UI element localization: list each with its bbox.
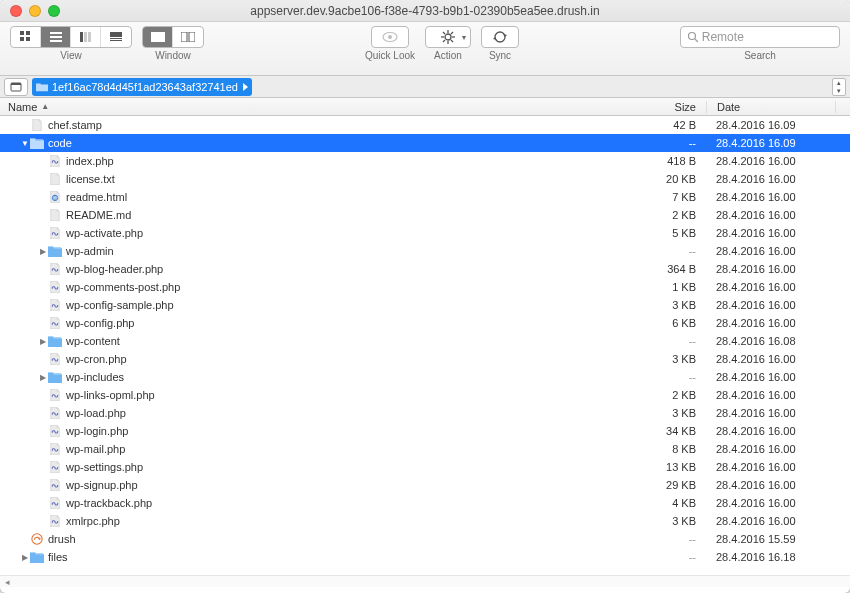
view-coverflow-button[interactable] xyxy=(101,27,131,47)
file-date: 28.4.2016 16.00 xyxy=(706,497,836,509)
php-icon xyxy=(48,155,62,167)
window-dual-button[interactable] xyxy=(173,27,203,47)
file-name: wp-trackback.php xyxy=(66,497,152,509)
file-date: 28.4.2016 16.00 xyxy=(706,227,836,239)
file-size: 5 KB xyxy=(626,227,706,239)
disclosure-triangle-icon[interactable]: ▶ xyxy=(38,247,48,256)
file-size: 6 KB xyxy=(626,317,706,329)
horizontal-scrollbar[interactable]: ◂ xyxy=(0,575,850,587)
disclosure-triangle-icon[interactable]: ▼ xyxy=(20,139,30,148)
action-button[interactable]: ▾ xyxy=(425,26,471,48)
table-row[interactable]: ▼code--28.4.2016 16.09 xyxy=(0,134,850,152)
file-name: wp-config-sample.php xyxy=(66,299,174,311)
table-row[interactable]: wp-mail.php8 KB28.4.2016 16.00 xyxy=(0,440,850,458)
titlebar: appserver.dev.9acbe106-f38e-4793-b9b1-02… xyxy=(0,0,850,22)
search-group: Search xyxy=(680,26,840,61)
chevron-down-icon: ▾ xyxy=(833,87,845,95)
file-name: wp-login.php xyxy=(66,425,128,437)
column-header-date[interactable]: Date xyxy=(706,101,836,113)
file-listing[interactable]: chef.stamp42 B28.4.2016 16.09▼code--28.4… xyxy=(0,116,850,587)
chevron-down-icon: ▾ xyxy=(462,33,466,42)
table-row[interactable]: license.txt20 KB28.4.2016 16.00 xyxy=(0,170,850,188)
svg-rect-15 xyxy=(189,32,195,42)
table-row[interactable]: wp-cron.php3 KB28.4.2016 16.00 xyxy=(0,350,850,368)
folder-icon xyxy=(48,245,62,257)
file-name: xmlrpc.php xyxy=(66,515,120,527)
file-date: 28.4.2016 16.00 xyxy=(706,317,836,329)
quicklook-button[interactable] xyxy=(371,26,409,48)
file-date: 28.4.2016 16.00 xyxy=(706,353,836,365)
table-row[interactable]: wp-trackback.php4 KB28.4.2016 16.00 xyxy=(0,494,850,512)
file-size: -- xyxy=(626,245,706,257)
table-row[interactable]: wp-activate.php5 KB28.4.2016 16.00 xyxy=(0,224,850,242)
file-name: chef.stamp xyxy=(48,119,102,131)
table-row[interactable]: ▶wp-content--28.4.2016 16.08 xyxy=(0,332,850,350)
svg-rect-12 xyxy=(110,40,122,41)
file-size: 13 KB xyxy=(626,461,706,473)
minimize-button[interactable] xyxy=(29,5,41,17)
table-row[interactable]: wp-comments-post.php1 KB28.4.2016 16.00 xyxy=(0,278,850,296)
table-row[interactable]: wp-blog-header.php364 B28.4.2016 16.00 xyxy=(0,260,850,278)
disclosure-triangle-icon[interactable]: ▶ xyxy=(20,553,30,562)
table-row[interactable]: wp-config.php6 KB28.4.2016 16.00 xyxy=(0,314,850,332)
table-row[interactable]: wp-load.php3 KB28.4.2016 16.00 xyxy=(0,404,850,422)
history-button[interactable] xyxy=(4,78,28,96)
table-row[interactable]: wp-links-opml.php2 KB28.4.2016 16.00 xyxy=(0,386,850,404)
svg-line-23 xyxy=(443,32,445,34)
table-row[interactable]: wp-settings.php13 KB28.4.2016 16.00 xyxy=(0,458,850,476)
disclosure-triangle-icon[interactable]: ▶ xyxy=(38,373,48,382)
disclosure-triangle-icon[interactable]: ▶ xyxy=(38,337,48,346)
view-label: View xyxy=(60,50,82,61)
svg-rect-32 xyxy=(11,83,21,85)
file-name: files xyxy=(48,551,68,563)
file-icon xyxy=(30,119,44,131)
sync-group: Sync xyxy=(481,26,519,61)
file-name: wp-links-opml.php xyxy=(66,389,155,401)
breadcrumb[interactable]: 1ef16ac78d4d45f1ad23643af32741ed xyxy=(32,78,252,96)
search-input[interactable] xyxy=(702,30,833,44)
close-button[interactable] xyxy=(10,5,22,17)
path-stepper[interactable]: ▴ ▾ xyxy=(832,78,846,96)
svg-line-30 xyxy=(695,39,698,42)
table-row[interactable]: wp-login.php34 KB28.4.2016 16.00 xyxy=(0,422,850,440)
svg-rect-2 xyxy=(20,37,24,41)
table-row[interactable]: ▶files--28.4.2016 16.18 xyxy=(0,548,850,566)
file-date: 28.4.2016 16.00 xyxy=(706,173,836,185)
table-row[interactable]: wp-config-sample.php3 KB28.4.2016 16.00 xyxy=(0,296,850,314)
sync-button[interactable] xyxy=(481,26,519,48)
table-row[interactable]: wp-signup.php29 KB28.4.2016 16.00 xyxy=(0,476,850,494)
table-row[interactable]: readme.html7 KB28.4.2016 16.00 xyxy=(0,188,850,206)
file-size: 364 B xyxy=(626,263,706,275)
table-row[interactable]: ▶wp-includes--28.4.2016 16.00 xyxy=(0,368,850,386)
file-size: 2 KB xyxy=(626,389,706,401)
svg-rect-6 xyxy=(50,40,62,42)
svg-rect-9 xyxy=(88,32,91,42)
file-size: 3 KB xyxy=(626,515,706,527)
table-row[interactable]: index.php418 B28.4.2016 16.00 xyxy=(0,152,850,170)
sync-icon xyxy=(493,30,507,44)
column-headers: Name ▲ Size Date xyxy=(0,98,850,116)
table-row[interactable]: drush--28.4.2016 15.59 xyxy=(0,530,850,548)
svg-line-26 xyxy=(443,40,445,42)
view-list-button[interactable] xyxy=(41,27,71,47)
table-row[interactable]: xmlrpc.php3 KB28.4.2016 16.00 xyxy=(0,512,850,530)
column-header-size[interactable]: Size xyxy=(626,101,706,113)
table-row[interactable]: ▶wp-admin--28.4.2016 16.00 xyxy=(0,242,850,260)
quicklook-label: Quick Look xyxy=(365,50,415,61)
search-field-wrapper[interactable] xyxy=(680,26,840,48)
php-icon xyxy=(48,299,62,311)
table-row[interactable]: README.md2 KB28.4.2016 16.00 xyxy=(0,206,850,224)
view-icon-button[interactable] xyxy=(11,27,41,47)
file-date: 28.4.2016 16.00 xyxy=(706,281,836,293)
php-icon xyxy=(48,425,62,437)
app-window: appserver.dev.9acbe106-f38e-4793-b9b1-02… xyxy=(0,0,850,593)
file-name: readme.html xyxy=(66,191,127,203)
column-header-name[interactable]: Name ▲ xyxy=(0,101,626,113)
file-name: wp-content xyxy=(66,335,120,347)
zoom-button[interactable] xyxy=(48,5,60,17)
window-single-button[interactable] xyxy=(143,27,173,47)
svg-line-24 xyxy=(451,40,453,42)
table-row[interactable]: chef.stamp42 B28.4.2016 16.09 xyxy=(0,116,850,134)
view-columns-button[interactable] xyxy=(71,27,101,47)
svg-rect-10 xyxy=(110,32,122,37)
